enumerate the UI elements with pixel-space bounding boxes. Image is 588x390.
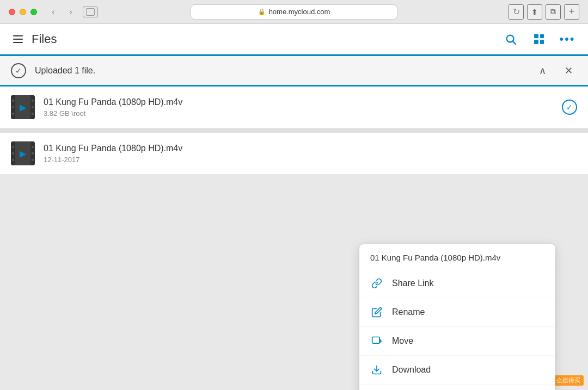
move-icon — [370, 335, 383, 348]
app-title: Files — [32, 32, 57, 46]
context-menu: 01 Kung Fu Panda (1080p HD).m4v Share Li… — [359, 244, 555, 390]
minimize-button[interactable] — [20, 9, 26, 15]
lock-icon: 🔒 — [258, 8, 266, 15]
rename-icon — [370, 306, 383, 319]
nav-buttons: ‹ › — [46, 4, 78, 20]
main-content: ▶ 01 Kung Fu Panda (1080p HD).m4v 3.82 G… — [0, 86, 588, 390]
file-info: 01 Kung Fu Panda (1080p HD).m4v 12-11-20… — [44, 144, 577, 164]
grid-view-button[interactable] — [529, 29, 549, 49]
film-hole — [12, 100, 14, 102]
context-menu-delete[interactable]: Delete — [359, 385, 555, 390]
upload-message: Uploaded 1 file. — [35, 66, 525, 76]
svg-line-1 — [513, 41, 516, 44]
forward-button[interactable]: › — [63, 4, 78, 20]
file-name: 01 Kung Fu Panda (1080p HD).m4v — [44, 144, 577, 153]
close-upload-button[interactable]: ✕ — [560, 62, 577, 79]
file-meta: 12-11-2017 — [44, 156, 577, 164]
film-hole — [12, 152, 14, 154]
play-icon: ▶ — [20, 102, 26, 113]
file-info: 01 Kung Fu Panda (1080p HD).m4v 3.82 GB … — [44, 97, 553, 117]
film-hole — [12, 113, 14, 115]
share-link-label: Share Link — [392, 278, 434, 288]
film-hole — [32, 152, 34, 154]
upload-actions: ∧ ✕ — [534, 62, 577, 79]
chrome-right-buttons: ↻ ⬆ ⧉ + — [509, 4, 579, 20]
context-menu-share-link[interactable]: Share Link — [359, 269, 555, 298]
upload-check-icon: ✓ — [11, 63, 26, 78]
address-bar-area: 🔒 home.mycloud.com — [185, 4, 403, 20]
move-label: Move — [392, 336, 413, 346]
film-hole — [12, 146, 14, 148]
tab-box-inner — [86, 8, 95, 16]
share-link-icon — [370, 277, 383, 290]
file-name: 01 Kung Fu Panda (1080p HD).m4v — [44, 97, 553, 107]
separator — [0, 128, 588, 133]
search-button[interactable] — [501, 29, 520, 49]
film-hole — [12, 159, 14, 161]
more-options-button[interactable]: ••• — [558, 29, 577, 49]
app-wrapper: Files ••• ✓ Uploaded 1 file. ∧ ✕ — [0, 24, 588, 390]
rename-label: Rename — [392, 307, 425, 317]
film-hole — [32, 100, 34, 102]
context-menu-title: 01 Kung Fu Panda (1080p HD).m4v — [359, 244, 555, 269]
file-item[interactable]: ▶ 01 Kung Fu Panda (1080p HD).m4v 3.82 G… — [0, 86, 588, 128]
traffic-lights — [9, 9, 37, 15]
new-tab-button[interactable]: + — [564, 4, 579, 20]
tab-group[interactable] — [83, 7, 98, 17]
address-bar[interactable]: 🔒 home.mycloud.com — [191, 4, 397, 20]
collapse-upload-button[interactable]: ∧ — [534, 62, 551, 79]
reload-button[interactable]: ↻ — [509, 4, 524, 20]
file-meta: 3.82 GB \root — [44, 109, 553, 117]
film-hole — [32, 146, 34, 148]
film-strip-right — [30, 95, 35, 119]
hamburger-line-3 — [13, 42, 23, 43]
hamburger-button[interactable] — [11, 33, 25, 45]
context-menu-download[interactable]: Download — [359, 356, 555, 385]
film-strip-left — [11, 141, 15, 165]
film-hole — [32, 106, 34, 108]
file-video-icon: ▶ — [11, 141, 35, 165]
svg-rect-2 — [372, 337, 379, 344]
header-actions: ••• — [501, 29, 577, 49]
share-browser-button[interactable]: ⬆ — [527, 4, 542, 20]
close-button[interactable] — [9, 9, 15, 15]
download-icon — [370, 363, 383, 376]
back-button[interactable]: ‹ — [46, 4, 61, 20]
search-icon — [505, 33, 517, 45]
tab-switcher[interactable] — [83, 7, 98, 17]
film-hole — [12, 106, 14, 108]
upload-notification-bar: ✓ Uploaded 1 file. ∧ ✕ — [0, 56, 588, 86]
window-chrome: ‹ › 🔒 home.mycloud.com ↻ ⬆ ⧉ + — [0, 0, 588, 24]
file-video-icon: ▶ — [11, 95, 35, 119]
app-header: Files ••• — [0, 24, 588, 54]
pip-button[interactable]: ⧉ — [546, 4, 561, 20]
windows-grid-icon — [534, 34, 544, 44]
maximize-button[interactable] — [30, 9, 37, 15]
film-strip-left — [11, 95, 15, 119]
context-menu-move[interactable]: Move — [359, 327, 555, 356]
url-text: home.mycloud.com — [269, 8, 330, 16]
context-menu-rename[interactable]: Rename — [359, 298, 555, 327]
hamburger-line-1 — [13, 35, 23, 36]
hamburger-line-2 — [13, 39, 23, 40]
play-icon: ▶ — [20, 148, 26, 159]
download-label: Download — [392, 365, 431, 375]
film-strip-right — [30, 141, 35, 165]
file-uploaded-check: ✓ — [562, 100, 577, 115]
file-item[interactable]: ▶ 01 Kung Fu Panda (1080p HD).m4v 12-11-… — [0, 133, 588, 175]
film-hole — [32, 159, 34, 161]
film-hole — [32, 113, 34, 115]
